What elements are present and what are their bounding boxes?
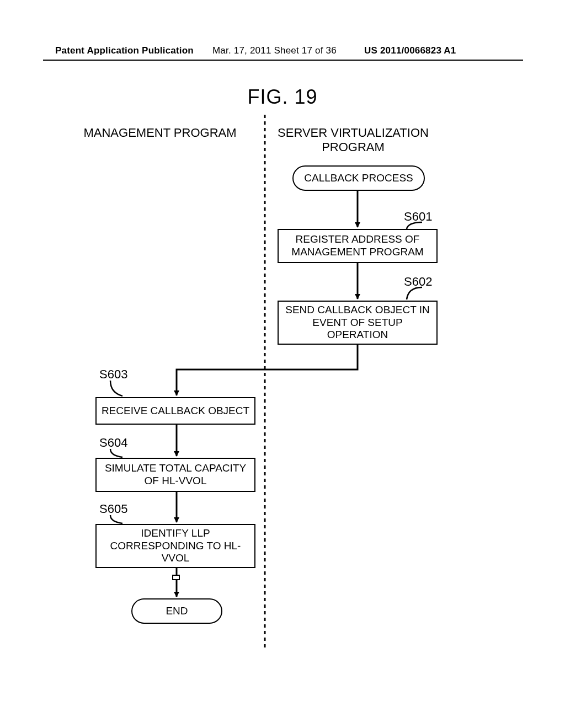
header-rule [43,60,523,61]
label-s604: S604 [99,436,127,450]
figure-title: FIG. 19 [0,85,565,109]
node-s604: SIMULATE TOTAL CAPACITY OF HL-VVOL [95,458,255,492]
label-s605: S605 [99,502,127,516]
column-label-management: MANAGEMENT PROGRAM [72,126,248,140]
node-end: END [131,598,222,624]
node-s605: IDENTIFY LLP CORRESPONDING TO HL-VVOL [95,524,255,568]
flowchart-connectors [0,0,565,728]
label-s602: S602 [404,275,432,289]
label-s601: S601 [404,210,432,224]
node-s603: RECEIVE CALLBACK OBJECT [95,397,255,425]
header-left: Patent Application Publication [55,45,194,56]
node-s601: REGISTER ADDRESS OF MANAGEMENT PROGRAM [278,229,438,263]
label-s603: S603 [99,367,127,382]
column-label-server-virt: SERVER VIRTUALIZATION PROGRAM [265,126,441,155]
node-callback-process: CALLBACK PROCESS [292,165,425,191]
svg-rect-6 [173,575,179,580]
header-mid: Mar. 17, 2011 Sheet 17 of 36 [212,45,337,56]
node-s602: SEND CALLBACK OBJECT IN EVENT OF SETUP O… [278,301,438,345]
header-right: US 2011/0066823 A1 [364,45,456,56]
